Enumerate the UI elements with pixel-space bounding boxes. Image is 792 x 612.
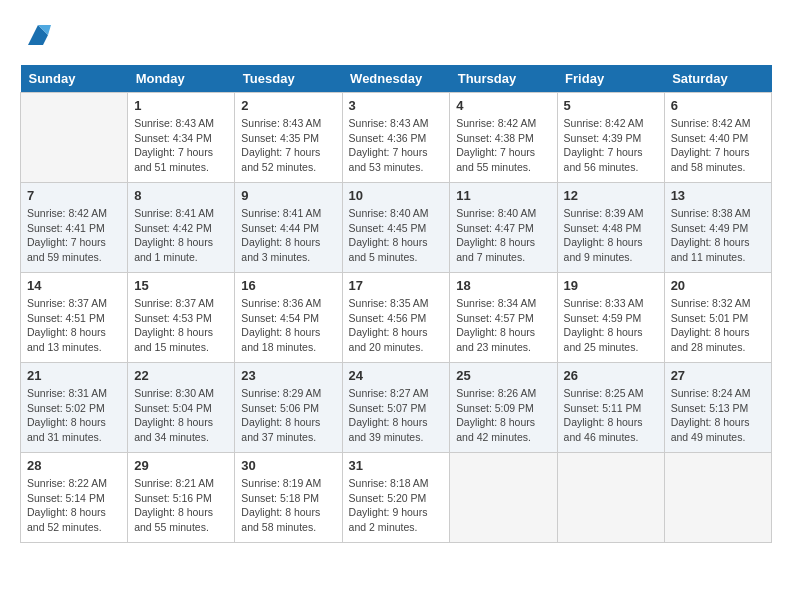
calendar-cell: 22Sunrise: 8:30 AM Sunset: 5:04 PM Dayli… bbox=[128, 363, 235, 453]
day-info: Sunrise: 8:41 AM Sunset: 4:44 PM Dayligh… bbox=[241, 206, 335, 265]
calendar-cell: 9Sunrise: 8:41 AM Sunset: 4:44 PM Daylig… bbox=[235, 183, 342, 273]
day-number: 8 bbox=[134, 188, 228, 203]
day-number: 17 bbox=[349, 278, 444, 293]
calendar-cell: 27Sunrise: 8:24 AM Sunset: 5:13 PM Dayli… bbox=[664, 363, 771, 453]
calendar-cell: 23Sunrise: 8:29 AM Sunset: 5:06 PM Dayli… bbox=[235, 363, 342, 453]
calendar-cell: 26Sunrise: 8:25 AM Sunset: 5:11 PM Dayli… bbox=[557, 363, 664, 453]
day-info: Sunrise: 8:42 AM Sunset: 4:38 PM Dayligh… bbox=[456, 116, 550, 175]
calendar-header-row: SundayMondayTuesdayWednesdayThursdayFrid… bbox=[21, 65, 772, 93]
calendar-cell: 4Sunrise: 8:42 AM Sunset: 4:38 PM Daylig… bbox=[450, 93, 557, 183]
day-number: 29 bbox=[134, 458, 228, 473]
day-info: Sunrise: 8:36 AM Sunset: 4:54 PM Dayligh… bbox=[241, 296, 335, 355]
calendar-cell: 16Sunrise: 8:36 AM Sunset: 4:54 PM Dayli… bbox=[235, 273, 342, 363]
day-info: Sunrise: 8:32 AM Sunset: 5:01 PM Dayligh… bbox=[671, 296, 765, 355]
calendar-cell: 7Sunrise: 8:42 AM Sunset: 4:41 PM Daylig… bbox=[21, 183, 128, 273]
day-info: Sunrise: 8:26 AM Sunset: 5:09 PM Dayligh… bbox=[456, 386, 550, 445]
calendar-cell bbox=[21, 93, 128, 183]
calendar-cell: 21Sunrise: 8:31 AM Sunset: 5:02 PM Dayli… bbox=[21, 363, 128, 453]
day-number: 30 bbox=[241, 458, 335, 473]
day-number: 14 bbox=[27, 278, 121, 293]
day-info: Sunrise: 8:38 AM Sunset: 4:49 PM Dayligh… bbox=[671, 206, 765, 265]
calendar-cell: 11Sunrise: 8:40 AM Sunset: 4:47 PM Dayli… bbox=[450, 183, 557, 273]
calendar-cell bbox=[450, 453, 557, 543]
calendar-cell: 19Sunrise: 8:33 AM Sunset: 4:59 PM Dayli… bbox=[557, 273, 664, 363]
day-number: 5 bbox=[564, 98, 658, 113]
day-number: 18 bbox=[456, 278, 550, 293]
calendar-cell: 31Sunrise: 8:18 AM Sunset: 5:20 PM Dayli… bbox=[342, 453, 450, 543]
calendar-day-header: Thursday bbox=[450, 65, 557, 93]
calendar-cell: 3Sunrise: 8:43 AM Sunset: 4:36 PM Daylig… bbox=[342, 93, 450, 183]
day-number: 16 bbox=[241, 278, 335, 293]
day-info: Sunrise: 8:19 AM Sunset: 5:18 PM Dayligh… bbox=[241, 476, 335, 535]
calendar-cell bbox=[557, 453, 664, 543]
day-number: 9 bbox=[241, 188, 335, 203]
day-number: 27 bbox=[671, 368, 765, 383]
day-info: Sunrise: 8:37 AM Sunset: 4:51 PM Dayligh… bbox=[27, 296, 121, 355]
calendar-cell: 8Sunrise: 8:41 AM Sunset: 4:42 PM Daylig… bbox=[128, 183, 235, 273]
day-number: 23 bbox=[241, 368, 335, 383]
day-info: Sunrise: 8:22 AM Sunset: 5:14 PM Dayligh… bbox=[27, 476, 121, 535]
calendar-cell: 18Sunrise: 8:34 AM Sunset: 4:57 PM Dayli… bbox=[450, 273, 557, 363]
day-number: 4 bbox=[456, 98, 550, 113]
day-info: Sunrise: 8:30 AM Sunset: 5:04 PM Dayligh… bbox=[134, 386, 228, 445]
day-number: 25 bbox=[456, 368, 550, 383]
calendar-cell: 20Sunrise: 8:32 AM Sunset: 5:01 PM Dayli… bbox=[664, 273, 771, 363]
calendar-day-header: Saturday bbox=[664, 65, 771, 93]
day-info: Sunrise: 8:18 AM Sunset: 5:20 PM Dayligh… bbox=[349, 476, 444, 535]
calendar-week-row: 14Sunrise: 8:37 AM Sunset: 4:51 PM Dayli… bbox=[21, 273, 772, 363]
logo bbox=[20, 20, 53, 55]
calendar-cell: 25Sunrise: 8:26 AM Sunset: 5:09 PM Dayli… bbox=[450, 363, 557, 453]
calendar-cell: 10Sunrise: 8:40 AM Sunset: 4:45 PM Dayli… bbox=[342, 183, 450, 273]
calendar-day-header: Tuesday bbox=[235, 65, 342, 93]
day-info: Sunrise: 8:42 AM Sunset: 4:40 PM Dayligh… bbox=[671, 116, 765, 175]
calendar-day-header: Monday bbox=[128, 65, 235, 93]
day-number: 12 bbox=[564, 188, 658, 203]
calendar-week-row: 7Sunrise: 8:42 AM Sunset: 4:41 PM Daylig… bbox=[21, 183, 772, 273]
day-info: Sunrise: 8:34 AM Sunset: 4:57 PM Dayligh… bbox=[456, 296, 550, 355]
calendar-table: SundayMondayTuesdayWednesdayThursdayFrid… bbox=[20, 65, 772, 543]
calendar-week-row: 1Sunrise: 8:43 AM Sunset: 4:34 PM Daylig… bbox=[21, 93, 772, 183]
calendar-day-header: Friday bbox=[557, 65, 664, 93]
calendar-cell: 29Sunrise: 8:21 AM Sunset: 5:16 PM Dayli… bbox=[128, 453, 235, 543]
day-number: 1 bbox=[134, 98, 228, 113]
calendar-cell: 12Sunrise: 8:39 AM Sunset: 4:48 PM Dayli… bbox=[557, 183, 664, 273]
day-number: 31 bbox=[349, 458, 444, 473]
calendar-cell: 13Sunrise: 8:38 AM Sunset: 4:49 PM Dayli… bbox=[664, 183, 771, 273]
day-number: 15 bbox=[134, 278, 228, 293]
logo-icon bbox=[23, 20, 53, 50]
calendar-cell: 24Sunrise: 8:27 AM Sunset: 5:07 PM Dayli… bbox=[342, 363, 450, 453]
calendar-cell bbox=[664, 453, 771, 543]
day-info: Sunrise: 8:39 AM Sunset: 4:48 PM Dayligh… bbox=[564, 206, 658, 265]
day-number: 11 bbox=[456, 188, 550, 203]
day-number: 13 bbox=[671, 188, 765, 203]
calendar-cell: 14Sunrise: 8:37 AM Sunset: 4:51 PM Dayli… bbox=[21, 273, 128, 363]
day-info: Sunrise: 8:25 AM Sunset: 5:11 PM Dayligh… bbox=[564, 386, 658, 445]
day-info: Sunrise: 8:37 AM Sunset: 4:53 PM Dayligh… bbox=[134, 296, 228, 355]
calendar-cell: 17Sunrise: 8:35 AM Sunset: 4:56 PM Dayli… bbox=[342, 273, 450, 363]
calendar-week-row: 28Sunrise: 8:22 AM Sunset: 5:14 PM Dayli… bbox=[21, 453, 772, 543]
calendar-cell: 15Sunrise: 8:37 AM Sunset: 4:53 PM Dayli… bbox=[128, 273, 235, 363]
day-number: 2 bbox=[241, 98, 335, 113]
calendar-day-header: Sunday bbox=[21, 65, 128, 93]
calendar-cell: 28Sunrise: 8:22 AM Sunset: 5:14 PM Dayli… bbox=[21, 453, 128, 543]
day-info: Sunrise: 8:42 AM Sunset: 4:39 PM Dayligh… bbox=[564, 116, 658, 175]
day-number: 6 bbox=[671, 98, 765, 113]
calendar-cell: 30Sunrise: 8:19 AM Sunset: 5:18 PM Dayli… bbox=[235, 453, 342, 543]
day-number: 26 bbox=[564, 368, 658, 383]
day-number: 19 bbox=[564, 278, 658, 293]
day-number: 21 bbox=[27, 368, 121, 383]
day-number: 7 bbox=[27, 188, 121, 203]
calendar-day-header: Wednesday bbox=[342, 65, 450, 93]
day-info: Sunrise: 8:24 AM Sunset: 5:13 PM Dayligh… bbox=[671, 386, 765, 445]
day-info: Sunrise: 8:31 AM Sunset: 5:02 PM Dayligh… bbox=[27, 386, 121, 445]
day-number: 3 bbox=[349, 98, 444, 113]
day-info: Sunrise: 8:27 AM Sunset: 5:07 PM Dayligh… bbox=[349, 386, 444, 445]
day-info: Sunrise: 8:40 AM Sunset: 4:47 PM Dayligh… bbox=[456, 206, 550, 265]
day-number: 20 bbox=[671, 278, 765, 293]
day-number: 28 bbox=[27, 458, 121, 473]
day-info: Sunrise: 8:43 AM Sunset: 4:36 PM Dayligh… bbox=[349, 116, 444, 175]
day-number: 24 bbox=[349, 368, 444, 383]
day-number: 22 bbox=[134, 368, 228, 383]
day-info: Sunrise: 8:43 AM Sunset: 4:35 PM Dayligh… bbox=[241, 116, 335, 175]
calendar-cell: 6Sunrise: 8:42 AM Sunset: 4:40 PM Daylig… bbox=[664, 93, 771, 183]
